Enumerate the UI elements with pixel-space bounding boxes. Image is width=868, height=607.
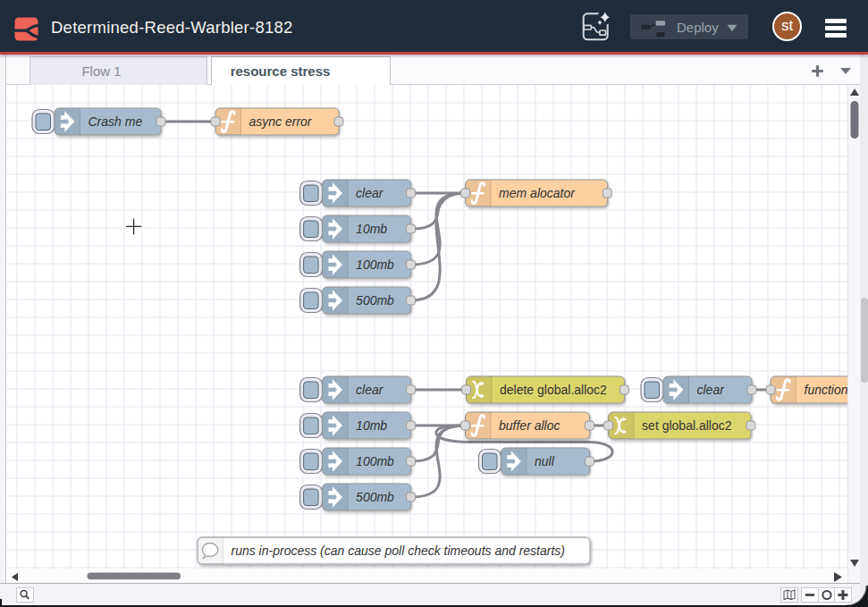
- svg-text:clear: clear: [697, 383, 726, 397]
- svg-text:100mb: 100mb: [356, 257, 394, 272]
- svg-text:500mb: 500mb: [356, 490, 394, 504]
- svg-text:null: null: [535, 454, 555, 468]
- svg-text:set global.alloc2: set global.alloc2: [642, 418, 732, 433]
- svg-text:500mb: 500mb: [356, 293, 394, 308]
- svg-text:clear: clear: [356, 383, 384, 397]
- svg-text:delete global.alloc2: delete global.alloc2: [500, 383, 607, 397]
- svg-text:Crash me: Crash me: [88, 114, 143, 129]
- svg-text:function: function: [805, 383, 848, 397]
- svg-text:10mb: 10mb: [356, 222, 387, 236]
- svg-text:runs in-process (can cause pol: runs in-process (can cause poll check ti…: [232, 544, 566, 558]
- svg-text:mem alocator: mem alocator: [499, 186, 576, 200]
- svg-text:buffer alloc: buffer alloc: [499, 418, 560, 433]
- svg-text:async error: async error: [249, 114, 313, 129]
- svg-text:10mb: 10mb: [356, 418, 387, 433]
- svg-text:clear: clear: [356, 186, 384, 200]
- svg-text:100mb: 100mb: [356, 454, 394, 468]
